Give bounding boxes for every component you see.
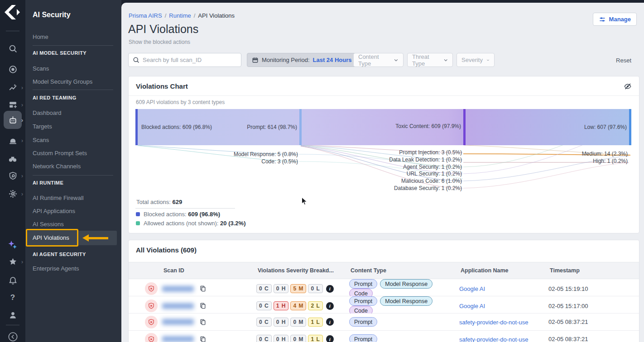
copy-icon[interactable]: [199, 336, 207, 342]
label-prompt-injection: Prompt Injection: 3 (0.5%): [332, 149, 462, 156]
severity-high-badge: 0 H: [274, 284, 289, 293]
severity-medium-badge: 4 M: [290, 301, 306, 310]
sankey-diagram: Blocked actions: 609 (96.8%) Prompt: 614…: [129, 76, 640, 234]
copy-icon[interactable]: [199, 285, 207, 292]
discover-binoculars-icon[interactable]: [0, 154, 25, 164]
application-link[interactable]: Google AI: [459, 285, 485, 292]
node-blocked-actions: [135, 109, 138, 145]
table-row[interactable]: 0 C 1 H 4 M 2 L i PromptModel ResponseCo…: [129, 296, 639, 314]
sidebar-item-model-security-groups[interactable]: Model Security Groups: [33, 78, 92, 85]
copy-icon[interactable]: [199, 302, 207, 309]
label-high: High: 1 (0.2%): [536, 158, 628, 164]
legend-swatch-blocked: [136, 212, 140, 216]
divider: [33, 90, 113, 90]
severity-low-badge: 1 L: [308, 335, 322, 342]
timestamp: 02-05 08:37:21: [548, 318, 639, 325]
label-code: Code: 3 (0.5%): [210, 158, 298, 165]
chevron-right-icon: ›: [21, 85, 23, 90]
chevron-right-icon: ›: [21, 138, 23, 143]
notifications-bell-icon[interactable]: [0, 276, 25, 285]
info-icon[interactable]: i: [326, 335, 334, 342]
breadcrumb-prisma-airs[interactable]: Prisma AIRS: [129, 12, 162, 19]
col-severity-breakdown: Violations Severity Breakd...: [256, 267, 349, 274]
severity-filter[interactable]: Severity: [457, 53, 495, 67]
info-icon[interactable]: i: [326, 318, 334, 326]
blocked-shield-icon: [145, 282, 158, 295]
violations-chart-card: Violations Chart 609 API violations by 3…: [128, 76, 639, 233]
page-title: API Violations: [128, 23, 198, 36]
scan-id-redacted[interactable]: [162, 319, 194, 325]
calendar-icon: [252, 57, 259, 63]
sidebar-item-home[interactable]: Home: [33, 33, 48, 40]
chevron-right-icon: ›: [21, 173, 23, 179]
sidebar-item-ai-runtime-firewall[interactable]: AI Runtime Firewall: [33, 195, 84, 201]
annotation-highlight-box: [26, 229, 78, 247]
sidebar-item-ai-sessions[interactable]: AI Sessions: [33, 221, 64, 228]
profile-icon[interactable]: [0, 310, 25, 320]
content-type-filter[interactable]: Content Type: [353, 53, 404, 67]
label-database-security: Database Security: 1 (0.2%): [332, 185, 462, 191]
search-input[interactable]: [143, 57, 237, 63]
sidebar-item-targets[interactable]: Targets: [33, 123, 52, 130]
content-type-pill: Prompt: [349, 334, 377, 342]
target-icon[interactable]: [0, 65, 25, 74]
monitoring-period-filter[interactable]: Monitoring Period: Last 24 Hours: [247, 53, 365, 67]
manage-button[interactable]: Manage: [593, 13, 637, 26]
table-row[interactable]: 0 C 0 H 0 M 1 L i Prompt safety-provider…: [129, 314, 639, 331]
collapse-sidebar-icon[interactable]: [0, 332, 25, 342]
scan-id-redacted[interactable]: [162, 286, 194, 292]
breadcrumb-separator: /: [165, 12, 167, 19]
node-toxic-content: [463, 109, 466, 145]
section-ai-runtime: AI RUNTIME: [33, 180, 63, 185]
col-timestamp: Timestamp: [548, 267, 639, 274]
legend-blocked-actions: Blocked actions: 609 (96.8%): [136, 211, 220, 218]
label-model-response: Model Response: 5 (0.8%): [210, 151, 298, 157]
severity-critical-badge: 0 C: [256, 318, 272, 327]
sidebar-item-enterprise-agents[interactable]: Enterprise Agents: [33, 265, 79, 272]
application-link[interactable]: Google AI: [459, 303, 485, 309]
legend-swatch-allowed: [136, 221, 140, 225]
mouse-cursor: [300, 197, 308, 208]
sparkles-ai-icon[interactable]: [0, 240, 25, 251]
sidebar-item-dashboard[interactable]: Dashboard: [33, 109, 62, 116]
copy-icon[interactable]: [199, 318, 207, 326]
severity-critical-badge: 0 C: [256, 335, 272, 342]
blocked-shield-icon: [145, 316, 158, 328]
timestamp: 02-05 15:19:10: [548, 285, 639, 292]
severity-high-badge: 1 H: [274, 301, 289, 310]
timestamp: 02-05 08:37:21: [548, 336, 639, 342]
help-icon[interactable]: ?: [0, 293, 25, 302]
threat-type-filter[interactable]: Threat Type: [407, 53, 453, 67]
search-icon[interactable]: [0, 44, 25, 53]
sidebar-item-scans[interactable]: Scans: [33, 65, 49, 72]
search-icon: [133, 57, 139, 63]
palo-alto-logo-icon[interactable]: [0, 4, 25, 21]
application-link[interactable]: safety-provider-do-not-use: [459, 319, 528, 326]
content-type-pill: Prompt: [349, 317, 377, 327]
sidebar-item-custom-prompt-sets[interactable]: Custom Prompt Sets: [33, 150, 87, 157]
scan-id-redacted[interactable]: [162, 303, 194, 309]
severity-low-badge: 0 L: [308, 284, 322, 293]
divider: [33, 175, 113, 176]
total-actions: Total actions: 629: [136, 199, 182, 205]
timestamp: 02-05 15:17:00: [548, 303, 639, 309]
table-row[interactable]: 0 C 0 H 5 M 0 L i PromptModel ResponseCo…: [129, 279, 639, 296]
table-row[interactable]: 0 C 0 H 0 M 1 L i Prompt safety-provider…: [129, 331, 639, 342]
chevron-right-icon: ›: [21, 118, 23, 123]
label-medium: Medium: 14 (2.3%): [536, 151, 628, 157]
label-agent-security: Agent Security: 1 (0.2%): [332, 164, 462, 170]
section-ai-agent-security: AI AGENT SECURITY: [33, 252, 86, 257]
total-actions-label: Total actions:: [136, 199, 171, 205]
info-icon[interactable]: i: [326, 302, 334, 310]
application-link[interactable]: safety-provider-do-not-use: [459, 336, 528, 342]
blocked-shield-icon: [145, 299, 158, 312]
sidebar-item-network-channels[interactable]: Network Channels: [33, 163, 81, 170]
breadcrumb-runtime[interactable]: Runtime: [169, 12, 191, 19]
legend-blocked-label: Blocked actions:: [144, 211, 187, 218]
info-icon[interactable]: i: [326, 285, 334, 293]
scan-id-redacted[interactable]: [162, 336, 194, 342]
sidebar-item-api-applications[interactable]: API Applications: [33, 208, 75, 214]
sidebar-item-scans-red-team[interactable]: Scans: [33, 137, 49, 143]
reset-filters-button[interactable]: Reset: [616, 57, 631, 64]
severity-medium-badge: 0 M: [290, 318, 306, 327]
